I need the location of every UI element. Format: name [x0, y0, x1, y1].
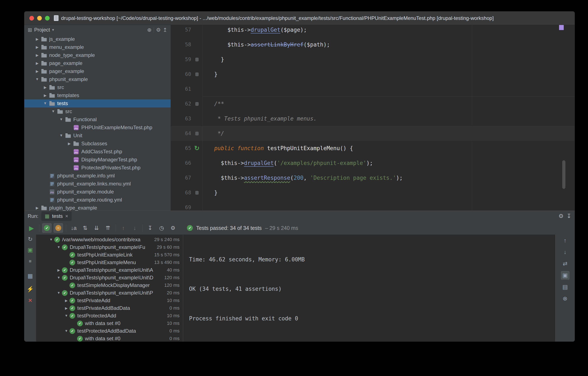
tree-expand-arrow-icon[interactable]: ▶	[34, 37, 40, 42]
editor-line[interactable]: 64 */	[171, 126, 575, 141]
tree-expand-arrow-icon[interactable]: ▶	[34, 69, 40, 74]
project-tree-item[interactable]: ▶Subclasses	[24, 140, 171, 148]
project-tree-item[interactable]: phpDisplayManagerTest.php	[24, 156, 171, 164]
minimize-window-button[interactable]	[37, 16, 42, 21]
test-options-gear-icon[interactable]: ⚙	[168, 223, 178, 233]
project-tree-item[interactable]: ▼phpunit_example	[24, 75, 171, 83]
tree-expand-arrow-icon[interactable]: ▶	[34, 61, 40, 66]
test-expand-arrow-icon[interactable]: ▼	[63, 329, 70, 333]
fold-marker-icon[interactable]	[195, 132, 199, 135]
close-run-icon[interactable]: ×	[26, 297, 34, 304]
editor-line[interactable]: 62 /**	[171, 96, 575, 111]
gear-icon[interactable]: ⚙	[156, 27, 161, 33]
project-tree-item[interactable]: phpAddClassTest.php	[24, 148, 171, 156]
project-tree-item[interactable]: ▼src	[24, 107, 171, 115]
locate-file-icon[interactable]: ⊕	[147, 27, 152, 33]
project-tree-item[interactable]: phpunit_example.info.yml	[24, 172, 171, 180]
tree-expand-arrow-icon[interactable]: ▼	[34, 77, 40, 81]
editor-line[interactable]: 66 $this->drupalGet('/examples/phpunit-e…	[171, 156, 575, 170]
project-tree-item[interactable]: ▼tests	[24, 100, 171, 107]
tree-expand-arrow-icon[interactable]: ▶	[42, 93, 48, 98]
tree-expand-arrow-icon[interactable]: ▶	[66, 142, 73, 146]
test-tree-item[interactable]: ✓testPhpUnitExampleMenu13 s 490 ms	[36, 259, 183, 266]
swap-console-icon[interactable]: ⇄	[561, 259, 569, 268]
next-occurrence-button[interactable]: ↓	[130, 223, 139, 233]
hide-panel-icon[interactable]: ↧	[567, 213, 571, 220]
test-expand-arrow-icon[interactable]: ▼	[55, 291, 62, 295]
tree-expand-arrow-icon[interactable]: ▼	[58, 133, 64, 138]
zoom-window-button[interactable]	[45, 16, 50, 21]
editor-scrollbar-thumb[interactable]	[562, 160, 565, 189]
project-tree-item[interactable]: phpunit_example.routing.yml	[24, 196, 171, 204]
editor-line[interactable]: 60 }	[171, 67, 575, 82]
test-expand-arrow-icon[interactable]: ▼	[55, 245, 62, 249]
tree-expand-arrow-icon[interactable]: ▶	[34, 206, 40, 210]
project-tree-item[interactable]: ▼Functional	[24, 115, 171, 123]
test-tree-item[interactable]: ▼✓Drupal\Tests\phpunit_example\Fu29 s 60…	[36, 243, 183, 251]
test-expand-arrow-icon[interactable]: ▼	[63, 314, 70, 318]
project-tree-item[interactable]: phpProtectedPrivatesTest.php	[24, 164, 171, 172]
project-tree-item[interactable]: phpunit_example.links.menu.yml	[24, 180, 171, 188]
test-tree-item[interactable]: ▶✓testPrivateAddBadData0 ms	[36, 304, 183, 312]
test-expand-arrow-icon[interactable]: ▼	[55, 276, 62, 280]
test-tree-item[interactable]: ▼✓testProtectedAddBadData0 ms	[36, 327, 183, 335]
softwrap-toggle-icon[interactable]: ▣	[561, 271, 569, 280]
test-tree-item[interactable]: ▼✓Drupal\Tests\phpunit_example\Unit\P20 …	[36, 289, 183, 297]
run-test-gutter-icon[interactable]: ↻	[194, 145, 200, 151]
tree-expand-arrow-icon[interactable]: ▼	[58, 117, 64, 122]
tree-expand-arrow-icon[interactable]: ▼	[50, 109, 56, 114]
test-tree-item[interactable]: ▼✓testProtectedAdd10 ms	[36, 312, 183, 320]
project-tree-item[interactable]: ▶templates	[24, 91, 171, 100]
test-expand-arrow-icon[interactable]: ▶	[55, 268, 62, 272]
editor-line[interactable]: 57 $this->drupalGet($page);	[171, 25, 575, 37]
tree-expand-arrow-icon[interactable]: ▼	[42, 101, 48, 106]
test-tree-item[interactable]: ✓with data set #00 ms	[36, 335, 183, 342]
test-expand-arrow-icon[interactable]: ▶	[63, 299, 70, 303]
navigate-up-icon[interactable]: ↑	[561, 236, 569, 245]
test-tree-item[interactable]: ▼✓/var/www/web/modules/contrib/exa29 s 2…	[36, 236, 183, 243]
project-tree-item[interactable]: ▶node_type_example	[24, 51, 171, 59]
show-passed-toggle[interactable]: ✓	[42, 223, 52, 233]
expand-all-button[interactable]: ⇊	[92, 223, 101, 233]
tree-expand-arrow-icon[interactable]: ▶	[34, 45, 40, 49]
project-tree-item[interactable]: ▶menu_example	[24, 43, 171, 51]
previous-occurrence-button[interactable]: ↑	[119, 223, 128, 233]
preview-icon[interactable]: ▦	[26, 272, 34, 280]
tree-expand-arrow-icon[interactable]: ▶	[34, 53, 40, 57]
chevron-down-icon[interactable]: ▾	[52, 27, 54, 32]
stop-icon[interactable]: ■	[26, 257, 34, 265]
test-expand-arrow-icon[interactable]: ▶	[63, 306, 70, 310]
test-history-button[interactable]: ◷	[157, 223, 166, 233]
project-tree-item[interactable]: ▶js_example	[24, 35, 171, 43]
fold-marker-icon[interactable]	[195, 191, 199, 195]
collapse-all-button[interactable]: ⇈	[103, 223, 113, 233]
fold-marker-icon[interactable]	[195, 58, 199, 61]
editor-line[interactable]: 69	[171, 200, 575, 211]
tree-expand-arrow-icon[interactable]: ▶	[42, 85, 48, 90]
rerun-icon[interactable]: ↻	[26, 235, 34, 243]
fold-marker-icon[interactable]	[195, 73, 199, 76]
project-tree-item[interactable]: phpPHPUnitExampleMenuTest.php	[24, 123, 171, 132]
test-tree-item[interactable]: ✓testPhpUnitExampleLink15 s 570 ms	[36, 251, 183, 259]
project-panel-title[interactable]: Project	[34, 27, 50, 33]
editor-line[interactable]: 61	[171, 82, 575, 96]
editor-line[interactable]: 63 * Tests phpunit_example menus.	[171, 111, 575, 126]
clear-console-icon[interactable]: ⊗	[561, 294, 569, 303]
import-test-results-button[interactable]: ↧	[146, 223, 155, 233]
editor-line[interactable]: 58 $this->assertLinkByHref($path);	[171, 37, 575, 52]
editor-line[interactable]: 59 }	[171, 52, 575, 67]
project-tree-item[interactable]: ▶page_example	[24, 59, 171, 67]
rerun-tests-button[interactable]: ▶	[27, 223, 36, 233]
editor[interactable]: 57 $this->drupalGet($page);58 $this->ass…	[171, 25, 575, 211]
collapse-all-icon[interactable]: ↥	[163, 27, 167, 33]
test-tree-item[interactable]: ✓with data set #010 ms	[36, 320, 183, 327]
pin-icon[interactable]: ⚡	[26, 285, 34, 293]
navigate-down-icon[interactable]: ↓	[561, 248, 569, 256]
project-tree-item[interactable]: ▼Unit	[24, 132, 171, 140]
project-tree-item[interactable]: phpphpunit_example.module	[24, 188, 171, 196]
project-tree-item[interactable]: ▶src	[24, 83, 171, 91]
test-expand-arrow-icon[interactable]: ▼	[48, 238, 54, 242]
test-tree-item[interactable]: ✓testSimpleMockDisplayManager120 ms	[36, 281, 183, 289]
show-ignored-toggle[interactable]: –	[54, 223, 63, 233]
run-settings-gear-icon[interactable]: ⚙	[558, 213, 564, 220]
